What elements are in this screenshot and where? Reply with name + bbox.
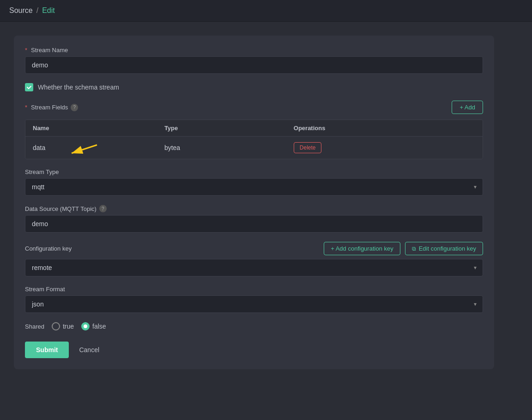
edit-config-key-button[interactable]: ⧉ Edit configuration key <box>405 242 483 255</box>
shared-row: Shared true false <box>25 322 483 330</box>
stream-fields-header: * Stream Fields ? + Add <box>25 101 483 114</box>
shared-false-radio[interactable] <box>81 322 90 330</box>
footer-actions: Submit Cancel <box>25 342 483 358</box>
stream-type-group: Stream Type mqtt kafka http file ▾ <box>25 168 483 196</box>
data-source-input[interactable] <box>25 215 483 233</box>
col-name: Name <box>25 120 157 137</box>
schema-checkbox-label: Whether the schema stream <box>38 84 119 91</box>
stream-type-label: Stream Type <box>25 168 483 175</box>
stream-fields-group: * Stream Fields ? + Add Name Type Operat… <box>25 101 483 159</box>
stream-fields-table-container: Name Type Operations data <box>25 120 483 159</box>
schema-checkbox-row: Whether the schema stream <box>25 83 483 91</box>
shared-true-radio[interactable] <box>52 322 60 330</box>
submit-button[interactable]: Submit <box>25 342 69 358</box>
config-key-label: Configuration key <box>25 245 72 252</box>
config-key-actions: + Add configuration key ⧉ Edit configura… <box>324 242 483 255</box>
stream-fields-label: * Stream Fields ? <box>25 104 78 111</box>
shared-label: Shared <box>25 323 44 330</box>
shared-false-option[interactable]: false <box>81 322 106 330</box>
stream-name-group: * Stream Name <box>25 47 483 74</box>
breadcrumb: Source / Edit <box>9 6 523 15</box>
stream-format-select-wrapper: json binary csv custom ▾ <box>25 295 483 313</box>
stream-fields-help-icon[interactable]: ? <box>71 104 78 111</box>
table-row: data bytea <box>25 137 483 159</box>
add-config-key-button[interactable]: + Add configuration key <box>324 242 400 255</box>
stream-format-select[interactable]: json binary csv custom <box>25 295 483 313</box>
field-type-cell: bytea <box>157 137 286 159</box>
breadcrumb-edit: Edit <box>42 6 55 15</box>
delete-field-button[interactable]: Delete <box>294 142 322 153</box>
stream-type-select-wrapper: mqtt kafka http file ▾ <box>25 178 483 196</box>
required-star: * <box>25 47 27 54</box>
arrow-annotation-icon <box>62 140 99 159</box>
stream-name-input[interactable] <box>25 56 483 74</box>
add-field-button[interactable]: + Add <box>452 101 483 114</box>
edit-form: * Stream Name Whether the schema stream … <box>14 36 494 369</box>
edit-config-key-icon: ⧉ <box>412 246 416 252</box>
shared-false-label: false <box>92 323 106 330</box>
cancel-button[interactable]: Cancel <box>75 342 103 358</box>
breadcrumb-source[interactable]: Source <box>9 6 33 15</box>
field-operations-cell: Delete <box>286 137 483 159</box>
shared-radio-group: true false <box>52 322 106 330</box>
config-key-group: Configuration key + Add configuration ke… <box>25 242 483 276</box>
stream-type-select[interactable]: mqtt kafka http file <box>25 178 483 196</box>
stream-format-group: Stream Format json binary csv custom ▾ <box>25 286 483 313</box>
schema-checkbox[interactable] <box>25 83 33 91</box>
data-source-group: Data Source (MQTT Topic) ? <box>25 205 483 233</box>
stream-fields-table: Name Type Operations data <box>25 120 483 159</box>
col-type: Type <box>157 120 286 137</box>
shared-true-label: true <box>63 323 74 330</box>
config-key-select-wrapper: remote local ▾ <box>25 259 483 276</box>
table-body: data bytea <box>25 137 483 159</box>
page-header: Source / Edit <box>0 0 532 22</box>
data-source-label: Data Source (MQTT Topic) ? <box>25 205 483 212</box>
stream-format-label: Stream Format <box>25 286 483 293</box>
stream-name-label: * Stream Name <box>25 47 483 54</box>
field-name-cell: data <box>25 137 157 159</box>
data-source-help-icon[interactable]: ? <box>99 205 107 212</box>
table-header: Name Type Operations <box>25 120 483 137</box>
shared-true-option[interactable]: true <box>52 322 74 330</box>
config-key-select[interactable]: remote local <box>25 259 483 276</box>
config-key-row: Configuration key + Add configuration ke… <box>25 242 483 255</box>
col-operations: Operations <box>286 120 483 137</box>
breadcrumb-separator: / <box>36 6 38 15</box>
shared-false-radio-inner <box>84 324 87 328</box>
